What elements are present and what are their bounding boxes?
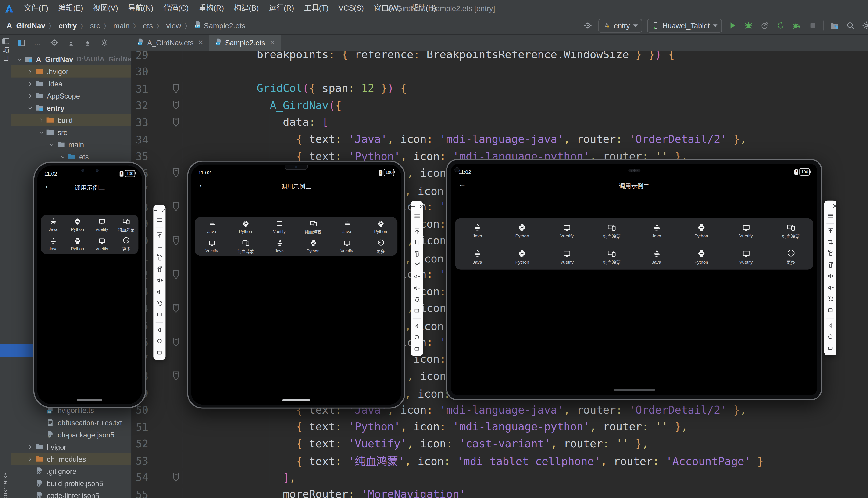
view-selector-button[interactable] bbox=[15, 37, 26, 48]
ellipsis-button[interactable]: … bbox=[32, 37, 43, 48]
tree-row[interactable]: .idea bbox=[11, 78, 131, 90]
profile-button[interactable] bbox=[759, 20, 770, 31]
locate-icon[interactable] bbox=[582, 20, 593, 31]
grid-item-cast[interactable]: Vuetify bbox=[263, 217, 296, 236]
minimize-icon[interactable] bbox=[410, 201, 415, 211]
tree-row[interactable]: src bbox=[11, 126, 131, 138]
grid-item-python[interactable]: Python bbox=[500, 218, 545, 244]
breadcrumb-item[interactable]: src bbox=[89, 21, 101, 30]
recents-icon[interactable] bbox=[824, 342, 837, 354]
grid-item-cast[interactable]: Vuetify bbox=[195, 236, 229, 256]
screenshot-icon[interactable] bbox=[153, 309, 165, 320]
locate-button[interactable] bbox=[49, 37, 59, 48]
tree-row[interactable]: ets bbox=[11, 150, 131, 163]
grid-item-python[interactable]: Python bbox=[679, 244, 724, 270]
menu-item[interactable]: VCS(S) bbox=[333, 0, 369, 17]
tree-row[interactable]: entry bbox=[11, 102, 131, 114]
tree-row[interactable]: {}build-profile.json5 bbox=[11, 477, 131, 489]
grid-item-java[interactable]: Java bbox=[41, 215, 65, 234]
grid-item-harmony[interactable]: 纯血鸿蒙 bbox=[589, 244, 634, 270]
upload-icon[interactable] bbox=[824, 225, 837, 236]
back-icon[interactable] bbox=[411, 320, 423, 332]
hide-button[interactable] bbox=[115, 37, 126, 48]
grid-item-harmony[interactable]: 纯血鸿蒙 bbox=[296, 217, 330, 236]
fold-gutter[interactable] bbox=[148, 165, 183, 181]
grid-item-cast[interactable]: Vuetify bbox=[545, 218, 589, 244]
recents-icon[interactable] bbox=[153, 347, 165, 358]
tree-row[interactable]: {}oh-package.json5 bbox=[11, 429, 131, 441]
rotate-ccw-icon[interactable] bbox=[411, 248, 423, 260]
back-icon[interactable] bbox=[153, 324, 165, 336]
tree-row[interactable]: main bbox=[11, 138, 131, 150]
debug-button[interactable] bbox=[743, 20, 754, 31]
editor-tab[interactable]: ETSA_GirdNav.ets✕ bbox=[131, 34, 209, 51]
chevron-down-icon[interactable] bbox=[26, 104, 34, 112]
grid-item-java[interactable]: Java bbox=[455, 218, 500, 244]
grid-item-cast[interactable]: Vuetify bbox=[545, 244, 589, 270]
expand-all-button[interactable] bbox=[65, 37, 76, 48]
chevron-right-icon[interactable] bbox=[26, 443, 34, 450]
menu-item[interactable]: 导航(N) bbox=[123, 0, 158, 17]
menu-item[interactable]: 构建(B) bbox=[229, 0, 264, 17]
chevron-down-icon[interactable] bbox=[59, 153, 66, 160]
recents-icon[interactable] bbox=[411, 343, 423, 354]
stop-button[interactable] bbox=[807, 20, 818, 31]
breadcrumb-item[interactable]: entry bbox=[57, 21, 78, 30]
chevron-down-icon[interactable] bbox=[15, 55, 23, 63]
device-file-browser-button[interactable] bbox=[829, 20, 840, 31]
sidebar-item-bookmarks[interactable]: Bookmarks bbox=[2, 473, 8, 498]
crop-icon[interactable] bbox=[153, 241, 165, 252]
close-icon[interactable] bbox=[832, 201, 837, 211]
grid-item-python[interactable]: Python bbox=[65, 234, 90, 254]
tree-row[interactable]: build bbox=[11, 114, 131, 126]
back-icon[interactable] bbox=[824, 320, 837, 331]
tree-row[interactable]: hvigor bbox=[11, 441, 131, 453]
breadcrumb-item[interactable]: ets bbox=[142, 21, 154, 30]
menu-item[interactable]: 编辑(E) bbox=[53, 0, 88, 17]
menu-icon[interactable] bbox=[824, 210, 837, 221]
tree-row[interactable]: A_GirdNavD:\AUI\A_GirdNa bbox=[11, 53, 131, 65]
chevron-right-icon[interactable] bbox=[26, 80, 34, 88]
grid-item-cast[interactable]: Vuetify bbox=[90, 215, 114, 234]
volume-up-icon[interactable] bbox=[824, 271, 837, 282]
grid-item-java[interactable]: Java bbox=[195, 217, 229, 236]
screenshot-icon[interactable] bbox=[411, 305, 423, 316]
run-button[interactable] bbox=[727, 20, 738, 31]
chevron-right-icon[interactable] bbox=[26, 92, 34, 100]
grid-item-more[interactable]: 更多 bbox=[364, 236, 398, 256]
tree-selected-row[interactable] bbox=[0, 344, 33, 357]
grid-item-python[interactable]: Python bbox=[364, 217, 398, 236]
grid-item-java[interactable]: Java bbox=[634, 244, 679, 270]
rotate-cw-icon[interactable] bbox=[411, 260, 423, 271]
volume-down-icon[interactable] bbox=[153, 286, 165, 298]
menu-item[interactable]: 视图(V) bbox=[88, 0, 123, 17]
restart-button[interactable] bbox=[775, 20, 786, 31]
grid-item-python[interactable]: Python bbox=[679, 218, 724, 244]
tree-row[interactable]: AppScope bbox=[11, 90, 131, 102]
breadcrumb-item[interactable]: A_GirdNav bbox=[5, 21, 46, 30]
editor-tab[interactable]: ETSSample2.ets✕ bbox=[209, 34, 281, 51]
crop-icon[interactable] bbox=[411, 237, 423, 248]
grid-item-harmony[interactable]: 纯血鸿蒙 bbox=[229, 236, 263, 256]
module-select[interactable]: entry bbox=[598, 18, 642, 32]
grid-item-java[interactable]: Java bbox=[455, 244, 500, 270]
fold-gutter[interactable] bbox=[148, 80, 183, 97]
grid-item-cast[interactable]: Vuetify bbox=[330, 236, 364, 256]
chevron-down-icon[interactable] bbox=[37, 129, 45, 136]
shake-icon[interactable] bbox=[153, 298, 165, 309]
minimize-icon[interactable] bbox=[152, 206, 158, 215]
tree-row[interactable]: oh_modules bbox=[11, 453, 131, 465]
tree-row[interactable]: .gitignore bbox=[11, 465, 131, 477]
grid-item-more[interactable]: 更多 bbox=[114, 234, 138, 254]
grid-item-java[interactable]: Java bbox=[330, 217, 364, 236]
upload-icon[interactable] bbox=[411, 225, 423, 237]
gear-button[interactable] bbox=[861, 20, 868, 31]
menu-item[interactable]: 运行(R) bbox=[264, 0, 299, 17]
volume-up-icon[interactable] bbox=[411, 271, 423, 283]
collapse-all-button[interactable] bbox=[82, 37, 93, 48]
rotate-ccw-icon[interactable] bbox=[153, 252, 165, 264]
grid-item-python[interactable]: Python bbox=[500, 244, 545, 270]
fold-gutter[interactable] bbox=[148, 97, 183, 114]
tree-row[interactable]: .hvigor bbox=[11, 65, 131, 78]
menu-item[interactable]: 工具(T) bbox=[299, 0, 333, 17]
